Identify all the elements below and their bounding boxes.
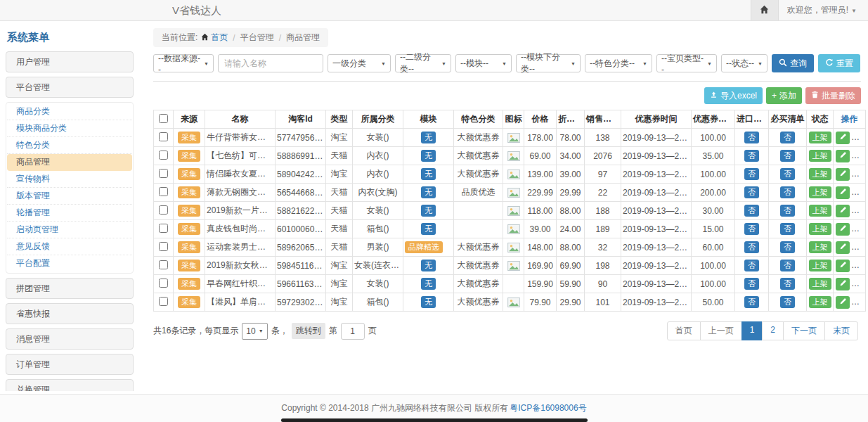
sidebar-link-意见反馈[interactable]: 意见反馈 [7,238,132,255]
edit-button[interactable] [836,241,850,254]
sidebar-group-平台管理[interactable]: 平台管理 [6,77,134,98]
import-select-badge[interactable]: 否 [744,205,759,217]
batch-delete-button[interactable]: 批量删除 [805,87,861,104]
discount-price: 39.00 [557,165,585,184]
home-button[interactable] [751,0,779,20]
import-select-badge[interactable]: 否 [744,186,759,198]
page-button-下一页[interactable]: 下一页 [783,321,825,340]
sidebar-group-订单管理[interactable]: 订单管理 [6,354,134,375]
page-button-末页[interactable]: 末页 [824,321,858,340]
row-checkbox[interactable] [159,242,168,251]
status-badge[interactable]: 上架 [809,132,831,143]
must-buy-badge[interactable]: 否 [780,241,795,253]
import-select-badge[interactable]: 否 [744,260,759,271]
status-badge[interactable]: 上架 [809,168,831,180]
must-buy-badge[interactable]: 否 [780,132,795,143]
must-buy-badge[interactable]: 否 [780,223,795,235]
row-checkbox[interactable] [159,297,168,306]
edit-button[interactable] [836,132,850,144]
status-badge[interactable]: 上架 [809,223,831,235]
must-buy-badge[interactable]: 否 [780,278,795,290]
row-checkbox[interactable] [159,187,168,196]
edit-button[interactable] [836,260,850,272]
import-select-badge[interactable]: 否 [744,150,759,162]
import-select-badge[interactable]: 否 [744,241,759,253]
edit-button[interactable] [836,223,850,236]
edit-button[interactable] [836,150,850,162]
status-badge[interactable]: 上架 [809,296,831,308]
status-badge[interactable]: 上架 [809,241,831,253]
sidebar-link-特色分类[interactable]: 特色分类 [7,137,132,154]
import-select-badge[interactable]: 否 [744,168,759,180]
jump-page-input[interactable] [341,323,365,340]
sidebar-group-用户管理[interactable]: 用户管理 [6,51,134,72]
status-badge[interactable]: 上架 [809,186,831,198]
must-buy-badge[interactable]: 否 [780,168,795,180]
import-select-badge[interactable]: 否 [744,132,759,143]
filter-select-category-level1[interactable]: 一级分类▼ [328,54,391,72]
sidebar-group-消息管理[interactable]: 消息管理 [6,328,134,350]
must-buy-badge[interactable]: 否 [780,150,795,162]
icp-link[interactable]: 粤ICP备16098006号 [510,402,586,414]
must-buy-badge[interactable]: 否 [780,260,795,271]
row-checkbox[interactable] [159,260,168,269]
must-buy-badge[interactable]: 否 [780,205,795,217]
filter-select-data-source[interactable]: --数据来源--▼ [153,54,214,72]
per-page-select[interactable]: 10 ▼ [242,323,267,340]
filter-select-item-type[interactable]: --宝贝类型--▼ [656,54,717,72]
sidebar-link-启动页管理[interactable]: 启动页管理 [7,222,132,238]
status-badge[interactable]: 上架 [809,278,831,290]
sidebar-link-模块商品分类[interactable]: 模块商品分类 [7,120,132,137]
jump-button[interactable]: 跳转到 [292,323,325,339]
name-search-input[interactable] [218,54,323,72]
sidebar-link-商品管理[interactable]: 商品管理 [7,154,132,171]
chevron-down-icon: ▼ [259,328,264,333]
must-buy-badge[interactable]: 否 [780,296,795,308]
status-badge[interactable]: 上架 [809,205,831,217]
filter-select-feature-category[interactable]: --特色分类--▼ [585,54,652,72]
import-excel-button[interactable]: 导入excel [704,87,763,104]
filter-select-module[interactable]: --模块--▼ [455,54,512,72]
add-button[interactable]: + 添加 [766,87,802,104]
sidebar-group-拼团管理[interactable]: 拼团管理 [6,278,134,299]
status-badge[interactable]: 上架 [809,260,831,271]
edit-button[interactable] [836,278,850,290]
edit-button[interactable] [836,205,850,217]
user-menu[interactable]: 欢迎您，管理员!▼ [787,4,857,16]
must-buy-badge[interactable]: 否 [780,186,795,198]
page-button-上一页[interactable]: 上一页 [700,321,742,340]
import-select-badge[interactable]: 否 [744,223,759,235]
sidebar-link-宣传物料[interactable]: 宣传物料 [7,171,132,188]
edit-button[interactable] [836,296,850,309]
row-checkbox[interactable] [159,279,168,288]
row-checkbox[interactable] [159,132,168,141]
edit-button[interactable] [836,186,850,199]
row-checkbox[interactable] [159,169,168,178]
sidebar-link-版本管理[interactable]: 版本管理 [7,188,132,205]
select-all-checkbox[interactable] [159,114,168,123]
import-select-badge[interactable]: 否 [744,296,759,308]
page-button-1[interactable]: 1 [741,321,763,340]
breadcrumb-home-link[interactable]: 首页 [201,32,228,44]
feature-category: 品质优选 [454,184,503,202]
edit-button[interactable] [836,168,850,181]
home-icon [760,5,769,16]
status-badge[interactable]: 上架 [809,150,831,162]
pager: 首页上一页12下一页末页 [667,321,858,340]
page-button-2[interactable]: 2 [762,321,784,340]
sidebar-link-商品分类[interactable]: 商品分类 [7,103,132,120]
filter-select-status[interactable]: --状态--▼ [721,54,767,72]
row-checkbox[interactable] [159,224,168,233]
page-button-首页[interactable]: 首页 [667,321,701,340]
filter-select-category-level2[interactable]: --二级分类--▼ [395,54,451,72]
sidebar-link-轮播管理[interactable]: 轮播管理 [7,205,132,222]
import-select-badge[interactable]: 否 [744,278,759,290]
sidebar-group-省惠快报[interactable]: 省惠快报 [6,303,134,324]
row-checkbox[interactable] [159,205,168,215]
search-button[interactable]: 查询 [772,54,814,72]
reset-button[interactable]: 重置 [818,54,860,72]
filter-select-module-sub[interactable]: --模块下分类--▼ [516,54,581,72]
sidebar-link-平台配置[interactable]: 平台配置 [7,255,132,272]
sidebar-group-兑换管理[interactable]: 兑换管理 [6,379,134,391]
row-checkbox[interactable] [159,151,168,160]
